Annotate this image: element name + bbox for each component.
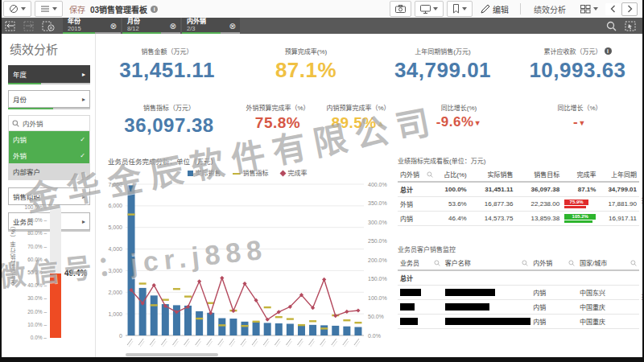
table-cell xyxy=(577,276,639,281)
listbox-item-内销[interactable]: 内销✓ xyxy=(9,131,89,147)
kanban-table[interactable]: 内外销占比(%)实际销售销售目标完成率上年同期总计100.0%31,451.11… xyxy=(398,167,639,226)
table-cell: 75.9% xyxy=(562,197,598,211)
sheet-navigator-button[interactable] xyxy=(576,2,603,16)
column-header-国家/城市[interactable]: 国家/城市 xyxy=(577,256,639,269)
previous-sheet-button[interactable] xyxy=(605,3,620,15)
save-button[interactable]: 保存 xyxy=(69,3,85,15)
global-menu-button[interactable] xyxy=(3,1,31,17)
bookmark-icon xyxy=(452,4,460,14)
svg-text:0.0%: 0.0% xyxy=(368,333,381,339)
svg-text:50.0%: 50.0% xyxy=(368,314,384,319)
kpi-同比增长(%)[interactable]: 同比增长(%)-9.6%▼ xyxy=(402,103,515,137)
kpi-同比增长（%）[interactable]: 同比增长（%）-▼ xyxy=(515,103,644,137)
step-back-icon[interactable] xyxy=(5,21,17,31)
caret-down-icon xyxy=(593,7,598,10)
toolbar-divider xyxy=(520,3,521,14)
column-header-客户名称[interactable]: 客户名称 xyxy=(443,256,531,269)
column-header-内外销[interactable]: 内外销 xyxy=(530,256,577,269)
legend-item-实际销售[interactable]: 实际销售 xyxy=(188,168,221,177)
filter-chip-年份[interactable]: 年份2015⊗ xyxy=(63,18,121,34)
remove-filter-icon[interactable]: ⊗ xyxy=(170,22,180,31)
kpi-label-text: 同比增长（%） xyxy=(557,103,601,112)
bookmarks-button[interactable] xyxy=(447,1,473,17)
filter-chip-月份[interactable]: 月份8/12⊗ xyxy=(122,18,180,34)
kpi-label-text: 累计应收款（万元） xyxy=(544,47,602,56)
table-row[interactable]: 外销53.6%16,877.3622,238.0075.9%17,881.90 xyxy=(398,197,639,212)
table-row[interactable]: 内销中国重庆 xyxy=(398,315,639,329)
table-cell: 16,917.11 xyxy=(598,212,639,224)
kpi-外销预算完成率（%）[interactable]: 外销预算完成率（%）75.8% xyxy=(242,103,314,137)
column-header-上年同期[interactable]: 上年同期 xyxy=(598,167,639,181)
column-header-销售目标[interactable]: 销售目标 xyxy=(515,167,562,181)
column-header-业务员[interactable]: 业务员 xyxy=(398,256,443,269)
column-header-实际销售[interactable]: 实际销售 xyxy=(469,167,516,181)
table-row[interactable]: 内销46.4%14,573.7513,859.38105.2%16,917.11 xyxy=(398,212,639,226)
table-header-row: 业务员客户名称内外销国家/城市 xyxy=(398,256,639,270)
table-cell: 100.0% xyxy=(436,183,469,195)
filter-month[interactable]: 月份▸ xyxy=(8,90,90,108)
table-cell: 总计 xyxy=(398,271,443,285)
kpi-销售金额（万元）[interactable]: 销售金额（万元）31,451.11 xyxy=(97,47,237,83)
table-cell: 87.1% xyxy=(562,183,598,195)
table-cell: 内销 xyxy=(530,315,577,328)
table-cell: 105.2% xyxy=(562,212,598,225)
table-cell: 34,799.01 xyxy=(598,183,639,195)
storytelling-button[interactable] xyxy=(415,1,444,17)
column-header-占比(%)[interactable]: 占比(%) xyxy=(436,167,469,181)
monitor-table[interactable]: 业务员客户名称内外销国家/城市总计内销中国东兴内销中国重庆内销中国重庆 xyxy=(398,256,639,329)
remove-filter-icon[interactable]: ⊗ xyxy=(110,22,121,31)
annual-budget-gauge[interactable]: 全年预算执行率（%） 100.0% –90.0% –80.0% –70.0% –… xyxy=(8,198,95,356)
gauge-tick-label: 100.0% – xyxy=(19,204,47,210)
scroll-dots-icon[interactable]: ⋮ xyxy=(638,196,644,204)
edit-button[interactable]: 编辑 xyxy=(476,2,514,16)
table-row[interactable]: 总计 xyxy=(398,270,639,286)
chart-legend: 实际销售销售指标完成率 xyxy=(98,168,396,177)
kpi-内销预算完成率（%）[interactable]: 内销预算完成率（%）89.5%▲ xyxy=(314,103,402,137)
legend-item-完成率[interactable]: 完成率 xyxy=(280,168,308,177)
filter-year[interactable]: 年度▸ xyxy=(8,65,90,83)
kpi-销售指标（万元）[interactable]: 销售指标（万元）36,097.38 xyxy=(97,103,242,137)
svg-text:150.0%: 150.0% xyxy=(368,276,387,282)
info-icon[interactable]: i xyxy=(151,6,158,13)
filter-chip-内外销[interactable]: 内外销2/3⊗ xyxy=(182,18,240,34)
info-icon[interactable]: i xyxy=(605,47,612,55)
selections-tool-icon[interactable] xyxy=(625,21,636,31)
listbox-search[interactable]: 内外销 xyxy=(9,116,89,131)
kpi-value: 31,451.11 xyxy=(97,58,237,83)
sheet-grid-icon xyxy=(580,5,591,14)
kpi-label: 外销预算完成率（%） xyxy=(242,103,314,112)
listbox-item-内部客户[interactable]: 内部客户 xyxy=(9,163,89,179)
kanban-table-panel: 业绩指标完成看板(单位：万元) 内外销占比(%)实际销售销售目标完成率上年同期总… xyxy=(398,156,639,226)
gauge-axis-title: 全年预算执行率（%） xyxy=(10,222,18,286)
table-row[interactable]: 总计100.0%31,451.1136,097.3887.1%34,799.01 xyxy=(398,182,639,197)
kpi-value: -9.6%▼ xyxy=(402,114,515,130)
table-row[interactable]: 内销中国重庆 xyxy=(398,300,639,315)
table-cell: 内销 xyxy=(530,300,577,314)
kpi-累计应收款（万元）[interactable]: 累计应收款（万元）i10,993.63 xyxy=(511,47,644,83)
listbox-item-label: 外销 xyxy=(13,150,27,160)
smart-search-icon[interactable] xyxy=(606,21,617,31)
listbox-item-外销[interactable]: 外销✓ xyxy=(9,147,89,163)
clear-selections-icon[interactable] xyxy=(42,21,55,31)
next-sheet-button[interactable] xyxy=(621,2,638,16)
kpi-上年同期销售(万元)[interactable]: 上年同期销售(万元)34,799.01 xyxy=(374,47,511,83)
snapshot-button[interactable] xyxy=(390,1,411,17)
legend-item-销售指标[interactable]: 销售指标 xyxy=(233,168,269,177)
column-header-内外销[interactable]: 内外销 xyxy=(398,167,436,181)
kpi-预算完成率(%)[interactable]: 预算完成率(%)87.1% xyxy=(237,47,374,83)
gauge-tick-label: 40.0% – xyxy=(19,282,47,288)
scroll-dots-icon[interactable]: ⋮ xyxy=(638,293,644,301)
kpi-label: 同比增长(%) xyxy=(402,103,515,112)
app-options-button[interactable] xyxy=(35,1,63,17)
salesperson-task-chart[interactable]: 业务员任务完成分析：单位（万元） 实际销售销售指标完成率 01,0002,000… xyxy=(98,156,396,357)
table-cell: 14,573.75 xyxy=(469,212,516,224)
remove-filter-icon[interactable]: ⊗ xyxy=(229,22,240,31)
redacted-text xyxy=(445,318,531,325)
kpi-label: 销售指标（万元） xyxy=(97,103,242,112)
kpi-label: 上年同期销售(万元) xyxy=(374,47,511,56)
step-forward-icon[interactable] xyxy=(23,21,35,31)
table-cell xyxy=(443,315,531,327)
column-header-完成率[interactable]: 完成率 xyxy=(562,167,598,181)
table-row[interactable]: 内销中国东兴 xyxy=(398,286,639,300)
chip-progress xyxy=(182,32,240,34)
